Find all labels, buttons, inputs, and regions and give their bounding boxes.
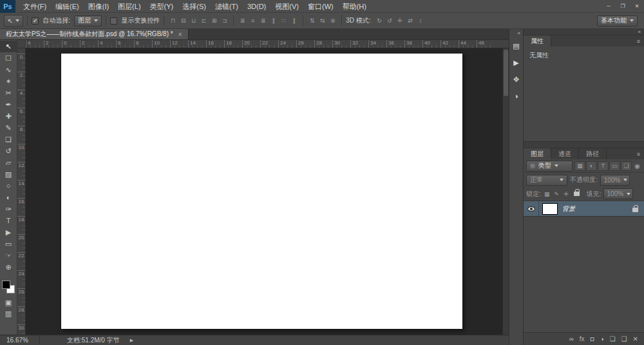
- distribute-horizontal-centers-icon[interactable]: ∷: [279, 15, 289, 26]
- screen-mode-icon[interactable]: ▥: [0, 308, 17, 319]
- clone-stamp-tool[interactable]: ❏: [0, 133, 17, 145]
- vertical-ruler[interactable]: 024681012141618202224262830: [17, 48, 26, 335]
- brush-tool[interactable]: ✎: [0, 122, 17, 133]
- menu-item[interactable]: 帮助(H): [338, 0, 371, 12]
- eraser-tool[interactable]: ▱: [0, 157, 17, 168]
- scrollbar-thumb[interactable]: [504, 50, 508, 96]
- panel-menu-icon[interactable]: ≡: [637, 35, 644, 46]
- zoom-tool[interactable]: ⊕: [0, 261, 17, 273]
- auto-select-checkbox[interactable]: ✓: [32, 17, 39, 25]
- filter-shape-layers-icon[interactable]: ▭: [609, 161, 620, 171]
- align-left-edges-icon[interactable]: ⊏: [199, 15, 209, 26]
- align-vertical-centers-icon[interactable]: ⊟: [178, 15, 188, 26]
- history-brush-tool[interactable]: ↺: [0, 145, 17, 157]
- minimize-button[interactable]: ─: [601, 0, 616, 12]
- type-tool[interactable]: T: [0, 215, 17, 226]
- styles-panel-icon[interactable]: ✥: [511, 74, 522, 85]
- restore-button[interactable]: ❐: [616, 0, 630, 12]
- workspace-switcher[interactable]: 基本功能: [597, 15, 638, 26]
- blend-mode-dropdown[interactable]: 正常: [526, 175, 567, 186]
- 3d-rotate-icon[interactable]: ↻: [375, 15, 384, 26]
- pen-tool[interactable]: ✑: [0, 203, 17, 215]
- distribute-left-edges-icon[interactable]: ∥: [269, 15, 278, 26]
- tool-preset-picker[interactable]: ↖: [4, 15, 23, 27]
- blur-tool[interactable]: ○: [0, 180, 17, 192]
- add-layer-mask-icon[interactable]: ◘: [591, 335, 594, 342]
- new-adjustment-layer-icon[interactable]: ◑: [600, 335, 604, 342]
- close-tab-icon[interactable]: ×: [178, 31, 182, 38]
- filter-type-dropdown[interactable]: ◎ 类型: [526, 161, 573, 172]
- auto-select-target-dropdown[interactable]: 图层: [74, 15, 102, 26]
- layer-row-background[interactable]: 背景: [524, 201, 644, 217]
- status-flyout-icon[interactable]: ▶: [130, 338, 133, 343]
- layer-thumbnail[interactable]: [542, 203, 558, 215]
- filter-type-layers-icon[interactable]: T: [598, 161, 609, 171]
- filter-adjustment-layers-icon[interactable]: ◐: [586, 161, 597, 171]
- auto-align-layers-icon[interactable]: ⊛: [328, 15, 337, 26]
- link-layers-icon[interactable]: ∞: [569, 335, 574, 342]
- lock-image-pixels-icon[interactable]: ✎: [553, 190, 561, 199]
- tab-channels[interactable]: 通道: [551, 148, 579, 159]
- show-transform-checkbox[interactable]: [110, 17, 117, 25]
- zoom-level-field[interactable]: 16.67%: [0, 335, 40, 345]
- healing-brush-tool[interactable]: ✚: [0, 110, 17, 122]
- menu-item[interactable]: 图像(I): [84, 0, 113, 12]
- 3d-slide-icon[interactable]: ⇄: [406, 15, 415, 26]
- foreground-color-swatch[interactable]: [2, 281, 10, 289]
- tab-layers[interactable]: 图层: [524, 148, 551, 159]
- tab-properties[interactable]: 属性: [524, 35, 551, 46]
- menu-item[interactable]: 图层(L): [113, 0, 145, 12]
- horizontal-ruler[interactable]: 4202468101214161820222426283032343638404…: [26, 40, 509, 48]
- menu-item[interactable]: 视图(V): [270, 0, 303, 12]
- 3d-pan-icon[interactable]: ✛: [395, 15, 405, 26]
- close-button[interactable]: ✕: [630, 0, 644, 12]
- layer-visibility-toggle[interactable]: [524, 201, 539, 216]
- new-layer-icon[interactable]: ❑: [621, 335, 627, 342]
- opacity-dropdown[interactable]: 100%: [600, 175, 630, 186]
- crop-tool[interactable]: ✂: [0, 87, 17, 99]
- align-bottom-edges-icon[interactable]: ⊔: [189, 15, 198, 26]
- distribute-bottom-edges-icon[interactable]: ≣: [258, 15, 268, 26]
- gradient-tool[interactable]: ▨: [0, 168, 17, 180]
- lasso-tool[interactable]: ∿: [0, 64, 17, 75]
- filter-smart-objects-icon[interactable]: ❏: [621, 161, 632, 171]
- menu-item[interactable]: 3D(D): [243, 0, 270, 12]
- new-group-icon[interactable]: ❏: [610, 335, 616, 342]
- delete-layer-icon[interactable]: ✕: [633, 335, 638, 342]
- filter-pixel-layers-icon[interactable]: ▦: [574, 161, 585, 171]
- collapse-panels-icon[interactable]: »: [638, 29, 641, 35]
- menu-item[interactable]: 文件(F): [19, 0, 51, 12]
- expand-panels-icon[interactable]: «: [518, 29, 523, 37]
- 3d-roll-icon[interactable]: ↺: [385, 15, 395, 26]
- dodge-tool[interactable]: ◐: [0, 192, 17, 203]
- menu-item[interactable]: 编辑(E): [51, 0, 84, 12]
- distribute-vertical-spacing-icon[interactable]: ⇅: [307, 15, 317, 26]
- filter-toggle-icon[interactable]: ◉: [634, 163, 641, 170]
- lock-all-icon[interactable]: [573, 190, 581, 199]
- distribute-right-edges-icon[interactable]: ∥: [289, 15, 299, 26]
- tab-paths[interactable]: 路径: [579, 148, 607, 159]
- menu-item[interactable]: 滤镜(T): [211, 0, 243, 12]
- marquee-tool[interactable]: ☐: [0, 52, 17, 64]
- lock-transparent-pixels-icon[interactable]: ▦: [543, 190, 551, 199]
- document-tab[interactable]: 程太太学PS之——制作线条款封面.psd @ 16.7%(RGB/8) * ×: [0, 29, 189, 39]
- move-tool[interactable]: ↖: [0, 41, 17, 52]
- panel-menu-icon[interactable]: ≡: [637, 148, 644, 159]
- vertical-scrollbar[interactable]: [502, 48, 509, 335]
- document-canvas[interactable]: [61, 54, 462, 329]
- history-panel-icon[interactable]: ▤: [511, 40, 522, 52]
- distribute-vertical-centers-icon[interactable]: ≡: [248, 15, 258, 26]
- menu-item[interactable]: 类型(Y): [146, 0, 178, 12]
- distribute-horizontal-spacing-icon[interactable]: ⇆: [317, 15, 327, 26]
- menu-item[interactable]: 窗口(W): [303, 0, 338, 12]
- path-selection-tool[interactable]: ▶: [0, 226, 17, 238]
- adjustments-panel-icon[interactable]: ◑: [511, 90, 522, 102]
- align-right-edges-icon[interactable]: ⊐: [220, 15, 229, 26]
- actions-panel-icon[interactable]: ▶: [511, 57, 522, 68]
- lock-position-icon[interactable]: ✛: [562, 190, 571, 199]
- 3d-scale-icon[interactable]: ↕: [416, 15, 426, 26]
- quick-mask-icon[interactable]: ▣: [0, 297, 17, 308]
- hand-tool[interactable]: ☞: [0, 250, 17, 261]
- fill-dropdown[interactable]: 100%: [603, 188, 633, 199]
- quick-selection-tool[interactable]: ✶: [0, 75, 17, 87]
